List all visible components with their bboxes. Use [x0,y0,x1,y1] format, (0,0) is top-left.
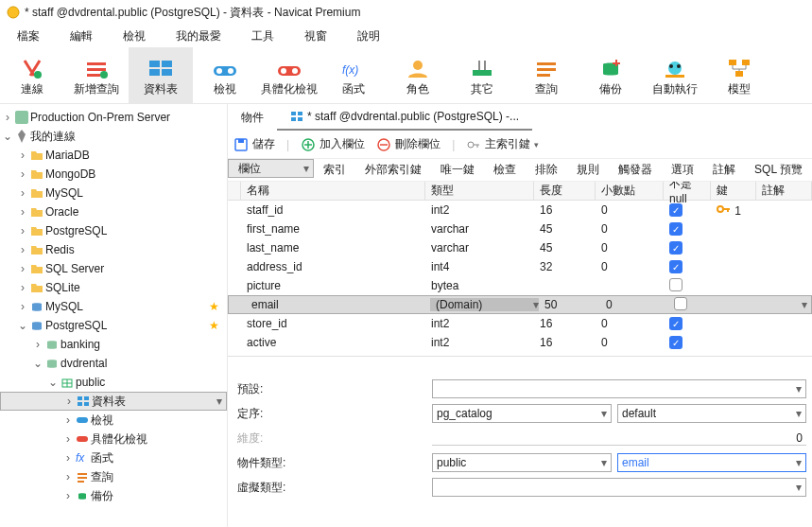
menu-window[interactable]: 視窗 [304,28,327,44]
grid-row[interactable]: email(Domain) ▾500 [228,295,812,314]
tree-leaf[interactable]: ›具體化檢視 [0,430,227,448]
tree-leaf[interactable]: ›備份 [0,486,227,505]
subtab-checks[interactable]: 檢查 [484,159,526,181]
svg-point-11 [216,68,222,74]
svg-point-27 [669,64,673,68]
input-objtype-schema[interactable]: public [432,453,612,472]
tool-view[interactable]: 檢視 [193,47,257,103]
tree-db-item[interactable]: ›Oracle [0,202,227,221]
svg-rect-7 [162,61,172,67]
col-name[interactable]: 名稱 [241,182,425,200]
tool-role[interactable]: 角色 [386,47,450,103]
input-dimension[interactable]: 0 [432,431,806,446]
svg-point-26 [668,61,682,75]
tree-db-item[interactable]: ⌄PostgreSQL★ [0,316,227,335]
menu-view[interactable]: 檢視 [123,28,146,44]
col-key[interactable]: 鍵 [711,182,756,200]
svg-point-28 [677,64,681,68]
grid-row[interactable]: last_namevarchar450✓ [228,238,812,257]
tree-leaf[interactable]: ›檢視 [0,411,227,430]
tree-root-my[interactable]: ⌄我的連線 [0,127,227,146]
field-grid[interactable]: 名稱 類型 長度 小數點 不是 null 鍵 註解 staff_idint216… [228,182,812,352]
grid-row[interactable]: staff_idint2160✓ 1 [228,201,812,220]
tool-backup[interactable]: 備份 [579,47,643,103]
input-default[interactable] [432,379,806,398]
tool-other[interactable]: 其它 [450,47,514,103]
tab-staff[interactable]: * staff @dvdrental.public (PostgreSQL) -… [277,104,532,131]
subtab-comment[interactable]: 註解 [703,159,745,181]
subtab-fields[interactable]: 欄位 [228,159,314,178]
svg-point-53 [468,142,474,148]
btn-pkey[interactable]: 主索引鍵▾ [466,136,539,152]
grid-row[interactable]: address_idint4320✓ [228,257,812,276]
tree-db-item[interactable]: ›MySQL [0,184,227,202]
col-decimals[interactable]: 小數點 [596,182,664,200]
subtab-indexes[interactable]: 索引 [314,159,355,181]
subtab-excludes[interactable]: 排除 [526,159,567,181]
input-objtype-name[interactable]: email [617,453,806,472]
btn-addfield[interactable]: 加入欄位 [301,136,365,152]
input-collation-name[interactable]: default [617,404,806,423]
subtab-uniques[interactable]: 唯一鍵 [431,159,484,181]
menu-tools[interactable]: 工具 [251,28,274,44]
subtab-sqlpreview[interactable]: SQL 預覽 [745,159,812,181]
subtab-rules[interactable]: 規則 [567,159,609,181]
menu-edit[interactable]: 編輯 [70,28,93,44]
svg-rect-47 [291,117,296,121]
svg-point-14 [281,68,286,74]
subtab-fkeys[interactable]: 外部索引鍵 [355,159,431,181]
col-comment[interactable]: 註解 [756,182,812,200]
tree-db-item[interactable]: ›MySQL★ [0,297,227,316]
tool-connection[interactable]: 連線 [0,47,64,103]
svg-point-1 [34,71,42,79]
tab-objects[interactable]: 物件 [228,104,277,131]
svg-rect-35 [78,396,82,400]
col-type[interactable]: 類型 [425,182,534,200]
input-collation-schema[interactable]: pg_catalog [432,404,612,423]
main-toolbar: 連線 新增查詢 資料表 檢視 具體化檢視 f(x)函式 角色 其它 查詢 備份 … [0,47,812,104]
grid-row[interactable]: first_namevarchar450✓ [228,220,812,238]
subtab-triggers[interactable]: 觸發器 [609,159,662,181]
tool-automation[interactable]: 自動執行 [643,47,707,103]
svg-rect-38 [84,402,89,406]
label-virtualtype: 虛擬類型: [233,480,432,496]
tree-db-item[interactable]: ›MariaDB [0,146,227,165]
tree-leaf[interactable]: ›資料表 [0,392,227,411]
subtab-options[interactable]: 選項 [662,159,703,181]
tool-table[interactable]: 資料表 [129,47,193,103]
menu-file[interactable]: 檔案 [17,28,40,44]
tree-schema-public[interactable]: ⌄public [0,373,227,392]
sidebar: ›Production On-Prem Server ⌄我的連線 ›MariaD… [0,104,228,527]
svg-rect-29 [665,75,684,78]
star-icon: ★ [209,300,219,313]
tool-newquery[interactable]: 新增查詢 [64,47,129,103]
tree-db-item[interactable]: ›SQL Server [0,259,227,278]
grid-row[interactable]: store_idint2160✓ [228,314,812,333]
tree-db-item[interactable]: ›MongoDB [0,165,227,184]
grid-row[interactable]: activeint2160✓ [228,333,812,352]
tree-root-prod[interactable]: ›Production On-Prem Server [0,108,227,127]
btn-save[interactable]: 儲存 [233,136,275,152]
tree-db-banking[interactable]: ›banking [0,335,227,354]
col-length[interactable]: 長度 [534,182,596,200]
svg-rect-30 [729,60,736,65]
grid-row[interactable]: picturebytea [228,276,812,295]
svg-point-12 [228,68,233,74]
col-notnull[interactable]: 不是 null [664,182,711,200]
tree-leaf[interactable]: ›fx函式 [0,448,227,467]
tree-leaf[interactable]: ›查詢 [0,467,227,486]
tool-query[interactable]: 查詢 [514,47,579,103]
tool-function[interactable]: f(x)函式 [321,47,386,103]
tree-db-item[interactable]: ›Redis [0,240,227,259]
svg-rect-37 [78,402,82,406]
tree-db-item[interactable]: ›SQLite [0,278,227,297]
tree-db-item[interactable]: ›PostgreSQL [0,221,227,240]
menu-help[interactable]: 說明 [357,28,380,44]
input-virtualtype[interactable] [432,478,806,497]
splitter[interactable] [228,356,812,365]
tool-model[interactable]: 模型 [707,47,771,103]
tree-db-dvdrental[interactable]: ⌄dvdrental [0,354,227,373]
menu-fav[interactable]: 我的最愛 [176,28,221,44]
btn-delfield[interactable]: 刪除欄位 [376,136,441,152]
tool-matview[interactable]: 具體化檢視 [257,47,321,103]
